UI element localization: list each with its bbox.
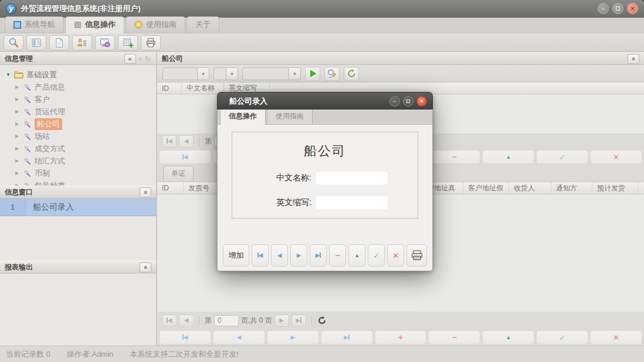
tab-about[interactable]: 关于 — [187, 16, 219, 33]
expand-node-icon[interactable]: ▶ — [15, 134, 21, 139]
next-record-button[interactable]: ▶ — [267, 330, 319, 344]
next-page-button[interactable]: ▶ — [274, 315, 289, 327]
tree-node-customer[interactable]: ▶ 客户 — [0, 93, 156, 105]
confirm-button[interactable]: ✓ — [368, 244, 385, 267]
close-button[interactable]: ✕ — [627, 3, 638, 14]
first-page-button[interactable]: ◀ — [162, 135, 177, 148]
run-query-button[interactable] — [305, 67, 320, 81]
form-view-button[interactable] — [26, 35, 46, 50]
tab-help-guide[interactable]: 使用指南 — [126, 16, 185, 33]
confirm-button[interactable]: ✓ — [536, 330, 588, 344]
search-button[interactable] — [4, 35, 23, 50]
edit-record-button[interactable]: ▲ — [348, 244, 365, 267]
print-button[interactable] — [141, 35, 161, 50]
collapse-panel-button[interactable]: « — [140, 262, 151, 272]
cancel-button[interactable]: ✕ — [387, 244, 404, 267]
expand-node-icon[interactable]: ▶ — [15, 121, 21, 127]
list-item-shipping-entry[interactable]: 1 船公司录入 — [0, 199, 156, 216]
edit-record-button[interactable]: ▲ — [482, 150, 534, 164]
prev-page-button[interactable]: ◀ — [179, 135, 194, 148]
dialog-titlebar[interactable]: 船公司录入 – ✕ — [217, 92, 433, 110]
print-record-button[interactable] — [406, 244, 427, 267]
refresh-icon[interactable] — [317, 316, 327, 325]
dialog-tab-info-ops[interactable]: 信息操作 — [220, 110, 266, 125]
confirm-button[interactable]: ✓ — [536, 150, 588, 164]
prev-record-button[interactable]: ◀ — [271, 244, 288, 267]
last-page-button[interactable]: ▶ — [292, 315, 306, 327]
first-page-button[interactable]: ◀ — [162, 315, 177, 327]
tab-info-ops[interactable]: 信息操作 — [65, 16, 124, 33]
dialog-tab-help[interactable]: 使用指南 — [267, 110, 313, 124]
tree-node-currency[interactable]: ▶ 币制 — [0, 167, 156, 179]
expand-node-icon[interactable]: ▶ — [15, 109, 21, 114]
tree-node-root[interactable]: ▼ 基础设置 — [0, 69, 156, 81]
column-header-est-ship[interactable]: 预计发货 — [592, 182, 638, 194]
column-header-id[interactable]: ID — [157, 83, 182, 94]
tree-node-product[interactable]: ▶ 产品信息 — [0, 81, 156, 93]
monitor-button[interactable] — [95, 35, 115, 50]
column-header-id[interactable]: ID — [157, 182, 184, 194]
column-header-notify[interactable]: 通知方 — [551, 182, 592, 194]
prev-record-button[interactable]: ◀ — [213, 330, 265, 344]
maximize-button[interactable] — [612, 3, 623, 14]
table-add-button[interactable] — [118, 35, 138, 50]
maximize-icon — [616, 6, 620, 11]
add-node-icon[interactable]: + — [138, 54, 143, 63]
refresh-tree-icon[interactable]: ↻ — [145, 54, 151, 63]
next-record-button[interactable]: ▶ — [290, 244, 307, 267]
column-header-cn-name[interactable]: 中文名称 — [182, 83, 224, 94]
dialog-close-button[interactable]: ✕ — [416, 96, 427, 107]
cancel-button[interactable]: ✕ — [590, 150, 642, 164]
expand-node-icon[interactable]: ▶ — [15, 158, 21, 163]
tab-documents[interactable]: 单证 — [163, 166, 194, 182]
expand-node-icon[interactable]: ▶ — [15, 84, 21, 90]
last-record-button[interactable]: ▶ — [310, 244, 327, 267]
tree-node-shipping-company[interactable]: ▶ 船公司 — [0, 118, 156, 130]
filter-combo-3[interactable]: ▾ — [242, 67, 301, 80]
last-record-button[interactable]: ▶ — [321, 330, 373, 344]
advanced-find-button[interactable] — [324, 67, 340, 81]
filter-combo-2[interactable]: ▾ — [213, 67, 238, 80]
cn-name-input[interactable] — [316, 172, 388, 185]
chevron-down-icon[interactable]: ▾ — [289, 68, 300, 80]
tree-node-yard[interactable]: ▶ 场站 — [0, 130, 156, 142]
page-number-input[interactable] — [214, 315, 239, 326]
collapse-panel-button[interactable]: « — [628, 54, 639, 64]
tool-icon — [23, 169, 32, 177]
expand-node-icon[interactable]: ▶ — [15, 97, 21, 102]
column-header-consignee[interactable]: 收货人 — [509, 182, 551, 194]
document-button[interactable] — [49, 35, 69, 50]
first-record-button[interactable]: ◀ — [159, 330, 211, 344]
first-record-button[interactable]: ◀ — [252, 244, 269, 267]
tree-node-settlement[interactable]: ▶ 结汇方式 — [0, 155, 156, 167]
refresh-button[interactable] — [344, 67, 359, 81]
dialog-minimize-button[interactable]: – — [389, 96, 400, 107]
tree-node-packaging[interactable]: ▶ 包装种类 — [0, 179, 156, 186]
minimize-button[interactable]: – — [598, 3, 609, 14]
delete-record-button[interactable]: − — [428, 150, 480, 164]
collapse-panel-button[interactable]: « — [140, 187, 151, 197]
expand-node-icon[interactable]: ▶ — [15, 170, 21, 176]
collapse-sidebar-button[interactable]: « — [124, 54, 136, 64]
filter-combo-1[interactable]: ▾ — [162, 67, 209, 80]
cancel-button[interactable]: ✕ — [590, 330, 642, 344]
tab-system-nav[interactable]: 系统导航 — [5, 16, 64, 33]
en-abbr-input[interactable] — [316, 196, 388, 209]
tab-label: 使用指南 — [146, 19, 177, 30]
user-list-button[interactable] — [72, 35, 92, 50]
tree-node-deal-method[interactable]: ▶ 成交方式 — [0, 142, 156, 155]
tree-node-freight-agent[interactable]: ▶ 货运代理 — [0, 105, 156, 118]
chevron-down-icon[interactable]: ▾ — [226, 68, 238, 80]
add-record-button[interactable]: + — [375, 330, 427, 344]
collapse-node-icon[interactable]: ▼ — [6, 72, 11, 77]
expand-node-icon[interactable]: ▶ — [15, 146, 21, 151]
delete-record-button[interactable]: − — [329, 244, 346, 267]
dialog-maximize-button[interactable] — [403, 96, 413, 107]
edit-record-button[interactable]: ▲ — [482, 330, 534, 344]
add-button[interactable]: 增加 — [223, 244, 249, 267]
prev-page-button[interactable]: ◀ — [179, 315, 194, 327]
chevron-down-icon[interactable]: ▾ — [197, 68, 209, 80]
first-record-button[interactable]: ◀ — [159, 150, 211, 164]
column-header-addr-fake[interactable]: 客户地址假 — [463, 182, 509, 194]
delete-record-button[interactable]: − — [428, 330, 480, 344]
